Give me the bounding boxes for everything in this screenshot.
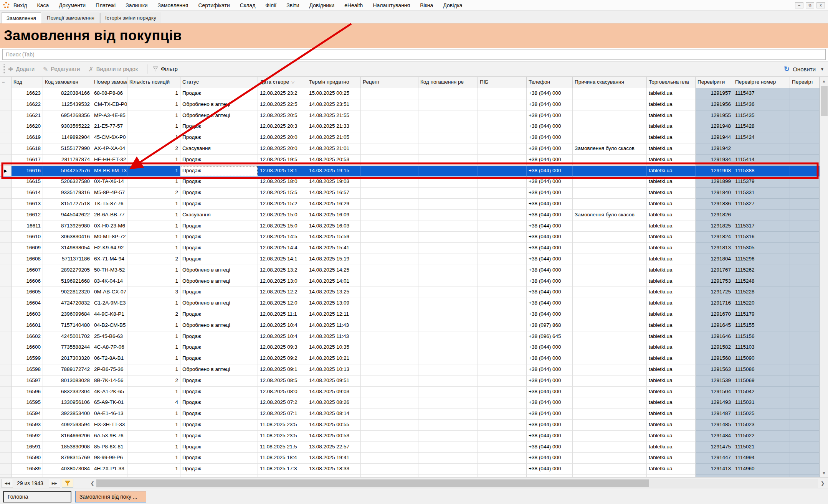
cell-phone[interactable]: +38 (044) 000 (527, 155, 573, 166)
cell-order_number[interactable]: 04-B2-CM-B5 (92, 320, 127, 331)
cell-qty[interactable]: 1 (127, 121, 180, 132)
column-header-check_number[interactable]: Перевірте номер (733, 77, 790, 88)
cell-check_number[interactable] (733, 143, 790, 155)
cell-code[interactable]: 16617 (12, 155, 43, 166)
cell-created[interactable]: 12.08.2025 15:2 (258, 199, 307, 210)
cell-status[interactable]: Оброблено в аптеці (180, 475, 258, 477)
cell-code[interactable]: 16603 (12, 309, 43, 320)
cell-expires[interactable]: 14.08.2025 10:35 (307, 342, 361, 353)
cell-receipt[interactable] (361, 420, 418, 431)
cell-check_extra[interactable] (790, 387, 820, 398)
cell-code[interactable]: 16607 (12, 265, 43, 276)
cell-cancel_reason[interactable] (573, 408, 647, 420)
cell-platform[interactable]: tabletki.ua (647, 143, 696, 155)
cell-qty[interactable]: 2 (127, 376, 180, 387)
cell-receipt[interactable] (361, 121, 418, 132)
cell-check_number[interactable]: 1114960 (733, 464, 790, 475)
cell-platform[interactable]: tabletki.ua (647, 387, 696, 398)
cell-cancel_reason[interactable] (573, 420, 647, 431)
cell-created[interactable]: 12.08.2025 20:3 (258, 121, 307, 132)
cell-order_code[interactable]: 4038073084 (43, 464, 92, 475)
column-header-receipt[interactable]: Рецепт (361, 77, 418, 88)
cell-check_extra[interactable] (790, 243, 820, 254)
cell-check_extra[interactable] (790, 232, 820, 243)
cell-check_extra[interactable] (790, 408, 820, 420)
cell-phone[interactable]: +38 (044) 000 (527, 408, 573, 420)
vertical-scrollbar[interactable]: ▲ ▼ (820, 77, 828, 477)
cell-created[interactable]: 12.08.2025 12:0 (258, 298, 307, 309)
cell-order_number[interactable]: 2B-6A-BB-77 (92, 210, 127, 221)
table-row[interactable]: 1661552063275800X-TA-X6-141Продаж12.08.2… (0, 176, 820, 188)
cell-order_number[interactable]: 0X-TA-X6-14 (92, 176, 127, 188)
column-header-expires[interactable]: Термін придатно (307, 77, 361, 88)
table-row[interactable]: 16607289227920550-TH-M3-521Оброблено в а… (0, 265, 820, 276)
scroll-up-icon[interactable]: ▲ (820, 77, 828, 85)
cell-receipt[interactable] (361, 232, 418, 243)
cell-cancel_reason[interactable] (573, 121, 647, 132)
table-row[interactable]: 1661187139259800X-H0-23-M61Продаж12.08.2… (0, 221, 820, 232)
cell-receipt[interactable] (361, 453, 418, 464)
cell-status[interactable]: Продаж (180, 453, 258, 464)
add-button[interactable]: ✚ Додати (8, 66, 35, 73)
cell-status[interactable]: Продаж (180, 166, 258, 177)
cell-qty[interactable]: 1 (127, 442, 180, 453)
cell-redeem_code[interactable] (418, 232, 478, 243)
cell-qty[interactable]: 1 (127, 475, 180, 477)
delete-row-button[interactable]: ✗ Видалити рядок (88, 66, 138, 73)
restore-button[interactable]: ⧉ (806, 2, 814, 8)
cell-cancel_reason[interactable] (573, 110, 647, 122)
cell-pib[interactable] (478, 376, 527, 387)
cell-order_number[interactable]: 85-M7-PM-77 (92, 475, 127, 477)
column-header-order_number[interactable]: Номер замовленн (92, 77, 127, 88)
cell-pib[interactable] (478, 342, 527, 353)
cell-status[interactable]: Продаж (180, 243, 258, 254)
cell-cancel_reason[interactable] (573, 309, 647, 320)
cell-platform[interactable]: tabletki.ua (647, 99, 696, 110)
cell-check[interactable]: 1291948 (696, 121, 733, 132)
cell-status[interactable]: Продаж (180, 287, 258, 298)
cell-qty[interactable]: 2 (127, 309, 180, 320)
cell-code[interactable]: 16597 (12, 376, 43, 387)
cell-code[interactable]: 16599 (12, 353, 43, 364)
table-row[interactable]: 166044724720832C1-2A-9M-E31Оброблено в а… (0, 298, 820, 309)
cell-expires[interactable]: 14.08.2025 10:21 (307, 353, 361, 364)
cell-pib[interactable] (478, 431, 527, 442)
menu-item[interactable]: eHealth (344, 2, 363, 8)
cell-check_extra[interactable] (790, 420, 820, 431)
cell-code[interactable]: 16592 (12, 431, 43, 442)
cell-qty[interactable]: 1 (127, 420, 180, 431)
cell-order_code[interactable]: 8151727518 (43, 199, 92, 210)
cell-receipt[interactable] (361, 88, 418, 99)
cell-code[interactable]: 16602 (12, 331, 43, 343)
cell-order_number[interactable]: MP-A3-4E-85 (92, 110, 127, 122)
cell-expires[interactable]: 14.08.2025 16:57 (307, 188, 361, 199)
cell-order_code[interactable]: 2396099684 (43, 309, 92, 320)
cell-order_code[interactable]: 2017303320 (43, 353, 92, 364)
cell-phone[interactable]: +38 (044) 000 (527, 210, 573, 221)
cell-phone[interactable]: +38 (044) 000 (527, 376, 573, 387)
cell-qty[interactable]: 3 (127, 287, 180, 298)
cell-status[interactable]: Продаж (180, 442, 258, 453)
cell-order_number[interactable]: 4K-A1-2K-65 (92, 387, 127, 398)
cell-order_code[interactable]: 5196921668 (43, 276, 92, 287)
cell-phone[interactable]: +38 (044) 000 (527, 254, 573, 265)
cell-cancel_reason[interactable] (573, 243, 647, 254)
column-header-check_extra[interactable]: Перевірт (790, 77, 820, 88)
cell-check_number[interactable]: 1115179 (733, 309, 790, 320)
cell-phone[interactable]: +38 (044) 000 (527, 453, 573, 464)
cell-check_number[interactable]: 1115220 (733, 298, 790, 309)
cell-check[interactable]: 1291825 (696, 221, 733, 232)
table-row[interactable]: 166138151727518TK-T5-87-761Продаж12.08.2… (0, 199, 820, 210)
cell-expires[interactable]: 15.08.2025 00:25 (307, 88, 361, 99)
cell-status[interactable]: Продаж (180, 408, 258, 420)
cell-receipt[interactable] (361, 353, 418, 364)
menu-item[interactable]: Замовлення (158, 2, 188, 8)
cell-order_number[interactable]: C1-2A-9M-E3 (92, 298, 127, 309)
cell-pib[interactable] (478, 276, 527, 287)
cell-qty[interactable]: 1 (127, 431, 180, 442)
cell-code[interactable]: 16590 (12, 453, 43, 464)
cell-phone[interactable]: +38 (044) 000 (527, 188, 573, 199)
cell-check[interactable]: 1291826 (696, 210, 733, 221)
cell-check_number[interactable]: 1115435 (733, 110, 790, 122)
cell-check_extra[interactable] (790, 353, 820, 364)
